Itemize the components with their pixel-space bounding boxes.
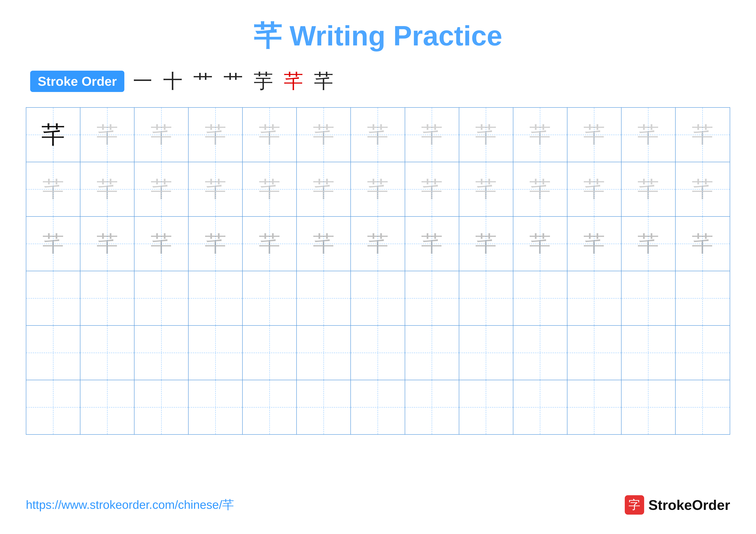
- grid-cell[interactable]: [513, 326, 567, 380]
- stroke-step-5: 芋: [254, 68, 273, 94]
- grid-cell[interactable]: 芊: [134, 162, 189, 216]
- grid-cell[interactable]: 芊: [513, 217, 567, 271]
- grid-cell[interactable]: 芊: [405, 108, 459, 162]
- grid-cell[interactable]: 芊: [189, 108, 243, 162]
- grid-cell[interactable]: [567, 271, 622, 325]
- grid-cell[interactable]: 芊: [243, 217, 297, 271]
- grid-cell[interactable]: [80, 380, 134, 434]
- grid-cell[interactable]: [622, 380, 676, 434]
- grid-cell[interactable]: 芊: [26, 162, 80, 216]
- grid-cell[interactable]: 芊: [80, 217, 134, 271]
- grid-cell[interactable]: 芊: [80, 162, 134, 216]
- grid-cell[interactable]: [134, 326, 189, 380]
- grid-cell[interactable]: [405, 271, 459, 325]
- grid-cell[interactable]: 芊: [134, 108, 189, 162]
- grid-cell[interactable]: 芊: [351, 217, 405, 271]
- grid-cell[interactable]: [243, 380, 297, 434]
- grid-cell[interactable]: [297, 380, 351, 434]
- grid-cell[interactable]: [189, 326, 243, 380]
- grid-cell[interactable]: 芊: [622, 217, 676, 271]
- grid-cell[interactable]: [351, 326, 405, 380]
- grid-cell[interactable]: 芊: [459, 217, 513, 271]
- grid-cell[interactable]: [134, 380, 189, 434]
- grid-cell[interactable]: 芊: [676, 108, 730, 162]
- grid-cell[interactable]: 芊: [243, 108, 297, 162]
- grid-row-1: 芊 芊 芊 芊 芊 芊 芊 芊 芊 芊 芊 芊 芊: [26, 108, 730, 162]
- grid-cell[interactable]: [676, 271, 730, 325]
- grid-cell[interactable]: [459, 380, 513, 434]
- grid-cell[interactable]: [189, 271, 243, 325]
- grid-cell[interactable]: [80, 271, 134, 325]
- grid-cell[interactable]: 芊: [243, 162, 297, 216]
- grid-cell[interactable]: 芊: [297, 108, 351, 162]
- grid-cell[interactable]: 芊: [567, 217, 622, 271]
- stroke-step-2: 十: [163, 68, 182, 94]
- footer-url[interactable]: https://www.strokeorder.com/chinese/芊: [26, 497, 234, 513]
- grid-cell[interactable]: 芊: [297, 217, 351, 271]
- grid-cell[interactable]: [676, 326, 730, 380]
- grid-cell[interactable]: [297, 271, 351, 325]
- cell-character: 芊: [692, 179, 713, 200]
- cell-character: 芊: [150, 179, 172, 200]
- logo-name: StrokeOrder: [648, 497, 730, 513]
- title-area: 芊 Writing Practice: [26, 17, 730, 55]
- grid-cell[interactable]: 芊: [622, 108, 676, 162]
- grid-cell[interactable]: [189, 380, 243, 434]
- grid-cell[interactable]: 芊: [351, 162, 405, 216]
- grid-cell[interactable]: 芊: [189, 217, 243, 271]
- grid-cell[interactable]: 芊: [351, 108, 405, 162]
- grid-cell[interactable]: [243, 326, 297, 380]
- grid-cell[interactable]: 芊: [405, 162, 459, 216]
- cell-character: 芊: [692, 233, 713, 255]
- grid-cell[interactable]: [459, 271, 513, 325]
- page-title: 芊 Writing Practice: [254, 20, 502, 51]
- grid-cell[interactable]: [405, 326, 459, 380]
- grid-cell[interactable]: 芊: [297, 162, 351, 216]
- grid-cell[interactable]: [297, 326, 351, 380]
- grid-cell[interactable]: 芊: [567, 108, 622, 162]
- grid-cell[interactable]: [459, 326, 513, 380]
- grid-cell[interactable]: 芊: [513, 108, 567, 162]
- grid-cell[interactable]: 芊: [80, 108, 134, 162]
- grid-cell[interactable]: [405, 380, 459, 434]
- grid-cell[interactable]: [80, 326, 134, 380]
- grid-cell[interactable]: [567, 380, 622, 434]
- grid-cell[interactable]: [26, 380, 80, 434]
- grid-cell[interactable]: [622, 271, 676, 325]
- stroke-step-4: 艹: [224, 68, 243, 94]
- stroke-step-7: 芊: [314, 68, 334, 94]
- grid-cell[interactable]: 芊: [405, 217, 459, 271]
- grid-cell[interactable]: 芊: [676, 217, 730, 271]
- grid-cell[interactable]: [351, 380, 405, 434]
- grid-cell[interactable]: 芊: [459, 162, 513, 216]
- stroke-steps: 一 十 艹 艹 芋 芊 芊: [133, 68, 334, 94]
- grid-cell[interactable]: [134, 271, 189, 325]
- grid-cell[interactable]: 芊: [134, 217, 189, 271]
- grid-cell[interactable]: [622, 326, 676, 380]
- grid-cell[interactable]: 芊: [26, 108, 80, 162]
- grid-cell[interactable]: 芊: [567, 162, 622, 216]
- cell-character: 芊: [637, 233, 659, 255]
- grid-cell[interactable]: [567, 326, 622, 380]
- grid-cell[interactable]: 芊: [676, 162, 730, 216]
- grid-cell[interactable]: 芊: [26, 217, 80, 271]
- grid-cell[interactable]: 芊: [459, 108, 513, 162]
- cell-character: 芊: [259, 124, 281, 146]
- grid-cell[interactable]: 芊: [622, 162, 676, 216]
- grid-cell[interactable]: [26, 326, 80, 380]
- grid-cell[interactable]: 芊: [513, 162, 567, 216]
- cell-character: 芊: [529, 124, 551, 146]
- grid-cell[interactable]: 芊: [189, 162, 243, 216]
- grid-cell[interactable]: [26, 271, 80, 325]
- grid-row-5: [26, 326, 730, 380]
- grid-cell[interactable]: [513, 380, 567, 434]
- grid-cell[interactable]: [513, 271, 567, 325]
- grid-cell[interactable]: [243, 271, 297, 325]
- grid-row-6: [26, 380, 730, 434]
- title-label: Writing Practice: [289, 20, 502, 51]
- grid-cell[interactable]: [351, 271, 405, 325]
- footer: https://www.strokeorder.com/chinese/芊 字 …: [26, 495, 730, 515]
- stroke-order-badge: Stroke Order: [30, 71, 124, 92]
- cell-character: 芊: [313, 179, 335, 200]
- grid-cell[interactable]: [676, 380, 730, 434]
